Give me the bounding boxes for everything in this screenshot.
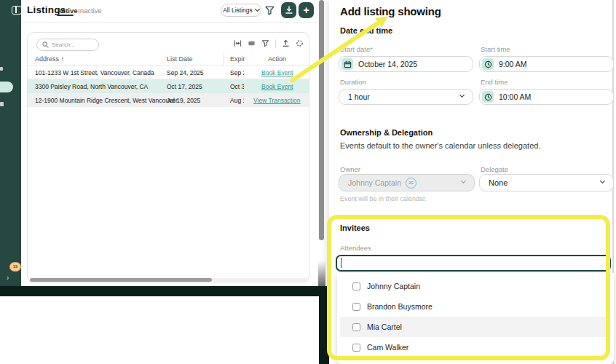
horizontal-scrollbar-thumb[interactable] <box>30 278 212 282</box>
ownership-description: Events default to the owner's calendar u… <box>340 141 540 150</box>
listings-window: 15 › Listings Active Inactive All Listin… <box>0 0 325 286</box>
owner-value: Johnny Captain <box>348 178 401 187</box>
clock-icon <box>482 58 494 70</box>
attendee-option[interactable]: Johnny Captain <box>340 276 611 296</box>
chevron-down-icon <box>600 178 605 183</box>
screen: 15 › Listings Active Inactive All Listin… <box>0 0 616 364</box>
cell-address: 12-1900 Mountain Ridge Crescent, West Va… <box>35 97 178 104</box>
column-header-list-date[interactable]: List Date <box>167 55 193 63</box>
delegate-value: None <box>489 178 508 187</box>
section-invitees: Invitees <box>340 223 370 232</box>
start-time-input[interactable]: 9:00 AM <box>479 56 614 72</box>
end-time-input[interactable]: 10:00 AM <box>479 89 614 105</box>
app-sidebar: 15 › <box>0 0 21 286</box>
dark-background-band <box>0 286 329 296</box>
delegate-label: Delegate <box>481 165 508 173</box>
text-cursor <box>341 258 341 268</box>
add-listing-button[interactable]: + <box>299 2 314 18</box>
start-date-input[interactable]: October 14, 2025 <box>339 56 473 72</box>
drawer-title: Add listing showing <box>340 5 441 17</box>
fit-columns-icon[interactable] <box>234 37 242 50</box>
search-placeholder: Search... <box>52 41 75 48</box>
table-row[interactable]: 101-1233 W 1st Street, Vancouver, Canada… <box>28 66 309 79</box>
owner-helper-text: Event will be in their calendar. <box>340 195 427 202</box>
delegate-select[interactable]: None <box>479 174 614 191</box>
section-ownership: Ownership & Delegation <box>340 128 433 137</box>
end-time-value: 10:00 AM <box>499 92 531 101</box>
export-icon[interactable] <box>282 37 290 50</box>
dark-background-bar <box>319 286 329 364</box>
book-event-link[interactable]: Book Event <box>261 83 293 90</box>
owner-avatar: JC <box>406 178 416 189</box>
book-event-link[interactable]: Book Event <box>261 69 293 76</box>
start-time-label: Start time <box>481 45 510 53</box>
download-icon <box>285 6 293 15</box>
column-header-expiry[interactable]: Expir <box>230 55 245 63</box>
density-icon[interactable] <box>248 37 256 50</box>
cell-list-date: Sep 24, 2025 <box>167 69 204 76</box>
sort-ascending-icon: ↑ <box>61 55 65 63</box>
attendee-name: Brandon Buysmore <box>367 302 433 311</box>
duration-value: 1 hour <box>348 92 370 101</box>
clock-icon <box>482 91 494 103</box>
sidebar-item-fragment <box>0 102 4 106</box>
duration-select[interactable]: 1 hour <box>339 89 473 105</box>
column-header-address[interactable]: Address ↑ <box>35 55 64 63</box>
attendee-option[interactable]: Brandon Buysmore <box>340 296 611 317</box>
checkbox-icon[interactable] <box>352 344 360 352</box>
chevron-down-icon <box>459 92 465 98</box>
checkbox-icon[interactable] <box>352 323 360 331</box>
filter-icon[interactable] <box>265 5 275 18</box>
chevron-down-icon <box>255 7 260 12</box>
column-header-action[interactable]: Action <box>268 55 286 63</box>
attendees-label: Attendees <box>340 244 371 252</box>
tab-active[interactable]: Active <box>57 7 78 15</box>
start-date-label: Start date* <box>340 45 373 53</box>
cell-address: 3300 Paisley Road, North Vancouver, CA <box>35 83 148 90</box>
checkbox-icon[interactable] <box>352 282 360 290</box>
section-date-and-time: Date and time <box>340 26 392 35</box>
cell-list-date: Jul 19, 2025 <box>167 97 200 104</box>
toolbar-divider <box>275 39 276 48</box>
vertical-scrollbar-thumb[interactable] <box>319 0 324 240</box>
table-row[interactable]: 12-1900 Mountain Ridge Crescent, West Va… <box>28 93 309 107</box>
end-time-label: End time <box>481 78 508 86</box>
tab-inactive[interactable]: Inactive <box>78 7 102 15</box>
scrollbar-fade <box>318 261 325 286</box>
all-listings-label: All Listings <box>223 7 253 14</box>
checkbox-icon[interactable] <box>352 303 360 311</box>
sidebar-active-item[interactable] <box>0 82 13 92</box>
table-filter-icon[interactable] <box>261 37 269 50</box>
start-date-value: October 14, 2025 <box>358 60 417 68</box>
attendee-option-hover[interactable]: Mia Cartel <box>340 317 611 337</box>
attendee-name: Johnny Captain <box>367 282 420 290</box>
column-separator <box>224 52 224 65</box>
attendee-option[interactable]: Cam Walker <box>340 337 611 357</box>
cell-expiry: Aug 1 <box>230 97 244 104</box>
owner-label: Owner <box>340 165 360 173</box>
table-row-selected[interactable]: 3300 Paisley Road, North Vancouver, CA O… <box>28 79 309 93</box>
attendee-name: Cam Walker <box>367 343 408 352</box>
cell-list-date: Oct 17, 2025 <box>167 83 202 90</box>
attendees-dropdown: Johnny Captain Brandon Buysmore Mia Cart… <box>337 273 614 364</box>
sidebar-toggle-icon[interactable] <box>12 6 22 15</box>
sidebar-item-fragment <box>0 67 3 71</box>
download-button[interactable] <box>281 2 296 18</box>
settings-icon[interactable] <box>296 37 304 50</box>
plus-icon: + <box>303 3 309 17</box>
cell-expiry: Sep 2 <box>230 69 244 76</box>
sidebar-user-badge[interactable]: 15 <box>9 262 21 272</box>
cell-address: 101-1233 W 1st Street, Vancouver, Canada <box>35 69 154 76</box>
duration-label: Duration <box>340 78 366 86</box>
tab-active-underline <box>57 15 74 16</box>
search-input[interactable]: Search... <box>36 39 99 51</box>
cell-expiry: Oct 3 <box>230 83 244 90</box>
all-listings-dropdown[interactable]: All Listings <box>221 4 261 17</box>
listings-table-card: Search... Address ↑ List Date Expir Acti… <box>27 32 309 283</box>
owner-select-disabled: Johnny Captain JC <box>339 174 475 191</box>
view-transaction-link[interactable]: View Transaction <box>253 97 301 104</box>
start-time-value: 9:00 AM <box>499 60 527 68</box>
attendees-input[interactable] <box>336 255 611 272</box>
sidebar-expand-icon[interactable]: › <box>7 274 9 282</box>
calendar-icon <box>341 58 353 70</box>
